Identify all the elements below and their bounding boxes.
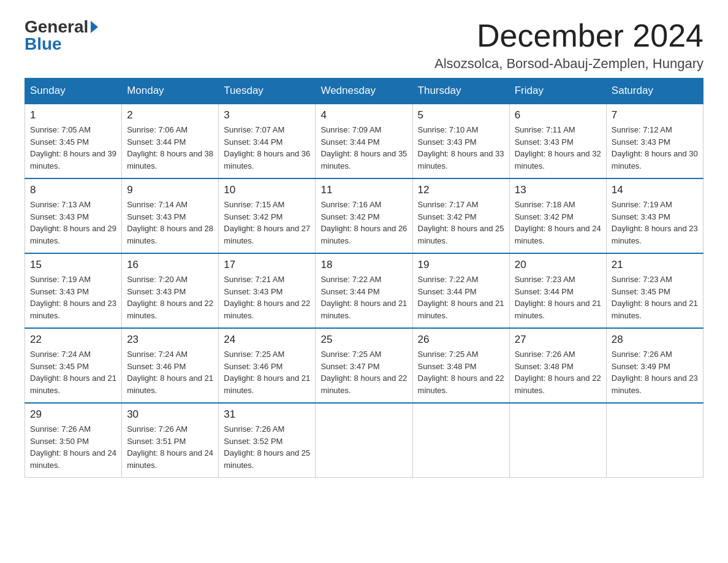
day-number: 6 <box>515 109 601 121</box>
week-row-2: 8 Sunrise: 7:13 AM Sunset: 3:43 PM Dayli… <box>25 178 703 253</box>
calendar-cell: 17 Sunrise: 7:21 AM Sunset: 3:43 PM Dayl… <box>219 253 316 328</box>
day-number: 10 <box>224 184 310 196</box>
day-number: 14 <box>612 184 698 196</box>
calendar-cell: 12 Sunrise: 7:17 AM Sunset: 3:42 PM Dayl… <box>412 178 509 253</box>
calendar-cell: 27 Sunrise: 7:26 AM Sunset: 3:48 PM Dayl… <box>509 328 606 403</box>
calendar-cell: 16 Sunrise: 7:20 AM Sunset: 3:43 PM Dayl… <box>122 253 219 328</box>
day-info: Sunrise: 7:23 AM Sunset: 3:44 PM Dayligh… <box>515 274 601 321</box>
calendar-cell: 29 Sunrise: 7:26 AM Sunset: 3:50 PM Dayl… <box>25 403 122 478</box>
calendar-cell: 14 Sunrise: 7:19 AM Sunset: 3:43 PM Dayl… <box>606 178 703 253</box>
day-info: Sunrise: 7:22 AM Sunset: 3:44 PM Dayligh… <box>320 274 407 321</box>
calendar-cell: 23 Sunrise: 7:24 AM Sunset: 3:46 PM Dayl… <box>122 328 219 403</box>
week-row-5: 29 Sunrise: 7:26 AM Sunset: 3:50 PM Dayl… <box>25 403 703 478</box>
calendar-cell: 9 Sunrise: 7:14 AM Sunset: 3:43 PM Dayli… <box>122 178 219 253</box>
header-friday: Friday <box>509 79 606 104</box>
day-number: 28 <box>612 334 698 346</box>
day-info: Sunrise: 7:13 AM Sunset: 3:43 PM Dayligh… <box>30 199 116 247</box>
calendar-cell: 3 Sunrise: 7:07 AM Sunset: 3:44 PM Dayli… <box>219 104 316 178</box>
day-number: 12 <box>418 184 504 196</box>
day-number: 17 <box>224 259 310 271</box>
day-number: 7 <box>612 109 698 121</box>
header-wednesday: Wednesday <box>316 79 412 104</box>
logo-general: General <box>25 18 88 36</box>
header-monday: Monday <box>122 79 219 104</box>
calendar-cell: 19 Sunrise: 7:22 AM Sunset: 3:44 PM Dayl… <box>412 253 509 328</box>
day-info: Sunrise: 7:19 AM Sunset: 3:43 PM Dayligh… <box>612 199 698 247</box>
day-number: 19 <box>418 259 504 271</box>
calendar-table: Sunday Monday Tuesday Wednesday Thursday… <box>25 78 703 478</box>
calendar-cell: 13 Sunrise: 7:18 AM Sunset: 3:42 PM Dayl… <box>509 178 606 253</box>
day-number: 16 <box>127 259 213 271</box>
day-number: 27 <box>515 334 601 346</box>
day-number: 2 <box>127 109 213 121</box>
calendar-cell <box>509 403 606 478</box>
logo: General Blue <box>25 18 98 53</box>
day-info: Sunrise: 7:26 AM Sunset: 3:49 PM Dayligh… <box>612 348 698 396</box>
day-info: Sunrise: 7:09 AM Sunset: 3:44 PM Dayligh… <box>320 124 407 172</box>
day-info: Sunrise: 7:14 AM Sunset: 3:43 PM Dayligh… <box>127 199 213 247</box>
day-info: Sunrise: 7:23 AM Sunset: 3:45 PM Dayligh… <box>612 274 698 321</box>
day-number: 4 <box>320 109 407 121</box>
calendar-cell: 7 Sunrise: 7:12 AM Sunset: 3:43 PM Dayli… <box>606 104 703 178</box>
day-number: 26 <box>418 334 504 346</box>
day-info: Sunrise: 7:11 AM Sunset: 3:43 PM Dayligh… <box>515 124 601 172</box>
day-info: Sunrise: 7:15 AM Sunset: 3:42 PM Dayligh… <box>224 199 310 247</box>
day-number: 18 <box>320 259 407 271</box>
calendar-cell: 6 Sunrise: 7:11 AM Sunset: 3:43 PM Dayli… <box>509 104 606 178</box>
logo-blue: Blue <box>25 36 62 53</box>
header-sunday: Sunday <box>25 79 122 104</box>
calendar-cell: 31 Sunrise: 7:26 AM Sunset: 3:52 PM Dayl… <box>219 403 316 478</box>
calendar-cell: 1 Sunrise: 7:05 AM Sunset: 3:45 PM Dayli… <box>25 104 122 178</box>
title-section: December 2024 Alsozsolca, Borsod-Abauj-Z… <box>434 18 703 72</box>
calendar-cell <box>316 403 412 478</box>
day-number: 11 <box>320 184 407 196</box>
calendar-cell: 24 Sunrise: 7:25 AM Sunset: 3:46 PM Dayl… <box>219 328 316 403</box>
day-info: Sunrise: 7:07 AM Sunset: 3:44 PM Dayligh… <box>224 124 310 172</box>
calendar-cell: 4 Sunrise: 7:09 AM Sunset: 3:44 PM Dayli… <box>316 104 412 178</box>
day-number: 1 <box>30 109 116 121</box>
day-number: 22 <box>30 334 116 346</box>
day-number: 3 <box>224 109 310 121</box>
calendar-cell: 28 Sunrise: 7:26 AM Sunset: 3:49 PM Dayl… <box>606 328 703 403</box>
day-number: 24 <box>224 334 310 346</box>
day-info: Sunrise: 7:18 AM Sunset: 3:42 PM Dayligh… <box>515 199 601 247</box>
day-info: Sunrise: 7:12 AM Sunset: 3:43 PM Dayligh… <box>612 124 698 172</box>
day-info: Sunrise: 7:26 AM Sunset: 3:51 PM Dayligh… <box>127 423 213 471</box>
day-number: 5 <box>418 109 504 121</box>
calendar-cell: 11 Sunrise: 7:16 AM Sunset: 3:42 PM Dayl… <box>316 178 412 253</box>
day-info: Sunrise: 7:21 AM Sunset: 3:43 PM Dayligh… <box>224 274 310 321</box>
calendar-cell <box>412 403 509 478</box>
calendar-cell: 15 Sunrise: 7:19 AM Sunset: 3:43 PM Dayl… <box>25 253 122 328</box>
day-info: Sunrise: 7:05 AM Sunset: 3:45 PM Dayligh… <box>30 124 116 172</box>
calendar-cell: 5 Sunrise: 7:10 AM Sunset: 3:43 PM Dayli… <box>412 104 509 178</box>
page-header: General Blue December 2024 Alsozsolca, B… <box>25 18 703 72</box>
day-number: 29 <box>30 408 116 421</box>
calendar-cell: 20 Sunrise: 7:23 AM Sunset: 3:44 PM Dayl… <box>509 253 606 328</box>
day-number: 30 <box>127 408 213 421</box>
day-number: 15 <box>30 259 116 271</box>
day-info: Sunrise: 7:17 AM Sunset: 3:42 PM Dayligh… <box>418 199 504 247</box>
day-number: 21 <box>612 259 698 271</box>
calendar-cell: 2 Sunrise: 7:06 AM Sunset: 3:44 PM Dayli… <box>122 104 219 178</box>
header-thursday: Thursday <box>412 79 509 104</box>
day-info: Sunrise: 7:22 AM Sunset: 3:44 PM Dayligh… <box>418 274 504 321</box>
calendar-cell: 10 Sunrise: 7:15 AM Sunset: 3:42 PM Dayl… <box>219 178 316 253</box>
day-info: Sunrise: 7:26 AM Sunset: 3:48 PM Dayligh… <box>515 348 601 396</box>
day-info: Sunrise: 7:25 AM Sunset: 3:47 PM Dayligh… <box>320 348 407 396</box>
week-row-1: 1 Sunrise: 7:05 AM Sunset: 3:45 PM Dayli… <box>25 104 703 178</box>
day-number: 23 <box>127 334 213 346</box>
day-number: 13 <box>515 184 601 196</box>
calendar-cell <box>606 403 703 478</box>
calendar-cell: 22 Sunrise: 7:24 AM Sunset: 3:45 PM Dayl… <box>25 328 122 403</box>
calendar-cell: 8 Sunrise: 7:13 AM Sunset: 3:43 PM Dayli… <box>25 178 122 253</box>
day-info: Sunrise: 7:10 AM Sunset: 3:43 PM Dayligh… <box>418 124 504 172</box>
day-info: Sunrise: 7:24 AM Sunset: 3:46 PM Dayligh… <box>127 348 213 396</box>
day-number: 9 <box>127 184 213 196</box>
calendar-cell: 30 Sunrise: 7:26 AM Sunset: 3:51 PM Dayl… <box>122 403 219 478</box>
header-tuesday: Tuesday <box>219 79 316 104</box>
day-number: 8 <box>30 184 116 196</box>
week-row-3: 15 Sunrise: 7:19 AM Sunset: 3:43 PM Dayl… <box>25 253 703 328</box>
day-info: Sunrise: 7:20 AM Sunset: 3:43 PM Dayligh… <box>127 274 213 321</box>
day-number: 25 <box>320 334 407 346</box>
day-info: Sunrise: 7:26 AM Sunset: 3:52 PM Dayligh… <box>224 423 310 471</box>
